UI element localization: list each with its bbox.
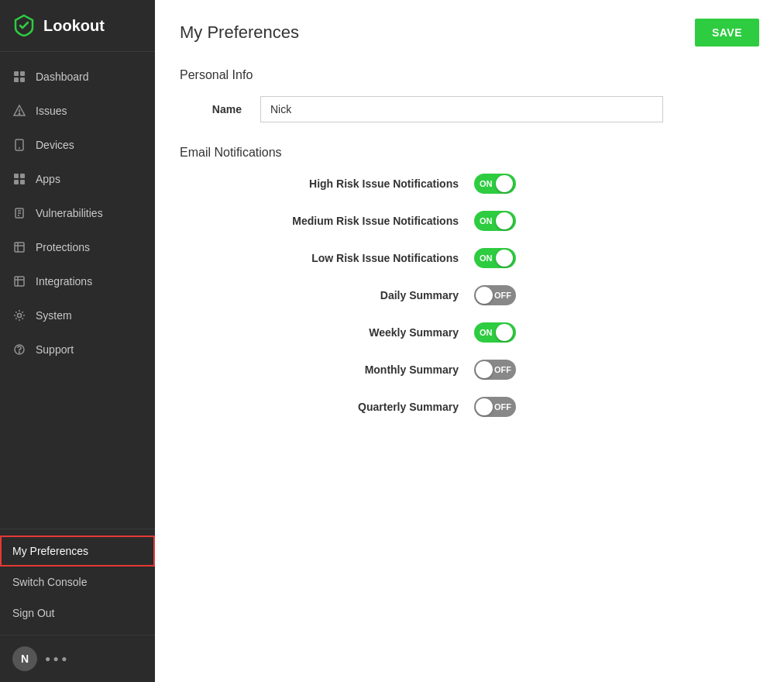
toggle-label-low-risk: Low Risk Issue Notifications (195, 252, 459, 264)
email-notifications-section: Email Notifications High Risk Issue Noti… (180, 146, 759, 417)
toggle-label-monthly-summary: Monthly Summary (195, 363, 459, 376)
toggle-knob (496, 250, 513, 267)
sidebar-nav: Dashboard Issues Devices Apps Vulnerabil (0, 52, 155, 529)
lookout-logo-icon (12, 14, 36, 37)
my-preferences-label: My Preferences (12, 545, 88, 557)
sidebar-item-label: Protections (36, 241, 90, 253)
toggle-text: ON (480, 253, 493, 263)
svg-rect-11 (20, 180, 25, 184)
toggle-label-daily-summary: Daily Summary (195, 289, 459, 301)
toggle-label-weekly-summary: Weekly Summary (195, 326, 459, 339)
sidebar-item-vulnerabilities[interactable]: Vulnerabilities (0, 196, 155, 230)
switch-console-item[interactable]: Switch Console (0, 567, 155, 598)
name-input[interactable] (260, 96, 663, 122)
toggle-row-high-risk: High Risk Issue Notifications ON (180, 174, 759, 194)
user-row: N ● ● ● (0, 635, 155, 682)
toggle-knob (496, 175, 513, 192)
toggle-text: OFF (494, 291, 511, 300)
svg-rect-2 (14, 78, 19, 82)
sidebar-item-devices[interactable]: Devices (0, 128, 155, 162)
toggle-text: ON (480, 328, 493, 337)
integrations-icon (12, 274, 26, 288)
save-button[interactable]: SAVE (695, 19, 759, 46)
my-preferences-item[interactable]: My Preferences (0, 536, 155, 567)
toggle-row-daily-summary: Daily Summary OFF (180, 285, 759, 305)
name-label: Name (180, 103, 242, 115)
sidebar-bottom: My Preferences Switch Console Sign Out (0, 529, 155, 635)
toggle-text: ON (480, 179, 493, 188)
toggle-knob (496, 212, 513, 229)
apps-icon (12, 172, 26, 186)
sidebar-logo: Lookout (0, 0, 155, 52)
svg-rect-13 (15, 243, 24, 252)
toggle-row-monthly-summary: Monthly Summary OFF (180, 360, 759, 380)
svg-rect-0 (14, 71, 19, 76)
toggle-row-medium-risk: Medium Risk Issue Notifications ON (180, 211, 759, 231)
sidebar-item-dashboard[interactable]: Dashboard (0, 60, 155, 94)
protections-icon (12, 240, 26, 254)
toggle-weekly-summary[interactable]: ON (474, 322, 516, 343)
toggle-daily-summary[interactable]: OFF (474, 285, 516, 305)
toggle-high-risk[interactable]: ON (474, 174, 516, 194)
email-notifications-title: Email Notifications (180, 146, 759, 160)
user-info: ● ● ● (45, 653, 67, 664)
toggle-quarterly-summary[interactable]: OFF (474, 397, 516, 417)
sidebar-item-label: Apps (36, 173, 60, 185)
sidebar-item-support[interactable]: Support (0, 332, 155, 367)
app-name: Lookout (43, 17, 105, 35)
svg-rect-1 (20, 71, 25, 76)
toggle-text: ON (480, 216, 493, 226)
toggle-knob (476, 287, 493, 304)
toggle-label-high-risk: High Risk Issue Notifications (195, 177, 459, 190)
toggle-text: OFF (494, 402, 511, 412)
switch-console-label: Switch Console (12, 576, 88, 588)
sidebar-item-label: Dashboard (36, 71, 89, 83)
sidebar-item-label: Devices (36, 139, 74, 151)
main-content: My Preferences SAVE Personal Info Name E… (155, 0, 784, 682)
svg-point-5 (19, 113, 19, 114)
personal-info-section: Personal Info Name (180, 68, 759, 122)
svg-point-19 (18, 314, 22, 318)
name-form-row: Name (180, 96, 759, 122)
sidebar-item-protections[interactable]: Protections (0, 230, 155, 264)
svg-rect-9 (20, 174, 25, 178)
svg-rect-8 (14, 174, 19, 178)
toggle-text: OFF (494, 365, 511, 374)
svg-rect-10 (14, 180, 19, 184)
sidebar-item-integrations[interactable]: Integrations (0, 264, 155, 298)
sidebar-item-apps[interactable]: Apps (0, 162, 155, 196)
toggle-knob (476, 361, 493, 378)
sidebar: Lookout Dashboard Issues Devices Ap (0, 0, 155, 682)
toggle-label-medium-risk: Medium Risk Issue Notifications (195, 215, 459, 227)
personal-info-title: Personal Info (180, 68, 759, 82)
sign-out-item[interactable]: Sign Out (0, 598, 155, 629)
dashboard-icon (12, 70, 26, 84)
sidebar-item-label: Support (36, 343, 74, 356)
page-title: My Preferences (180, 22, 299, 43)
svg-point-21 (19, 352, 19, 353)
toggle-knob (496, 324, 513, 341)
sidebar-item-label: Integrations (36, 275, 92, 288)
toggle-low-risk[interactable]: ON (474, 248, 516, 268)
sidebar-item-label: Vulnerabilities (36, 207, 103, 219)
toggle-label-quarterly-summary: Quarterly Summary (195, 401, 459, 413)
issues-icon (12, 104, 26, 118)
vulnerabilities-icon (12, 206, 26, 220)
sign-out-label: Sign Out (12, 607, 54, 619)
avatar: N (12, 646, 37, 671)
toggle-knob (476, 398, 493, 415)
svg-rect-3 (20, 78, 25, 82)
sidebar-item-issues[interactable]: Issues (0, 94, 155, 128)
toggle-row-low-risk: Low Risk Issue Notifications ON (180, 248, 759, 268)
main-header: My Preferences SAVE (180, 19, 759, 46)
toggle-row-quarterly-summary: Quarterly Summary OFF (180, 397, 759, 417)
svg-rect-16 (15, 277, 24, 286)
support-icon (12, 343, 26, 356)
toggle-medium-risk[interactable]: ON (474, 211, 516, 231)
toggle-row-weekly-summary: Weekly Summary ON (180, 322, 759, 343)
sidebar-item-label: Issues (36, 105, 67, 117)
system-icon (12, 308, 26, 322)
sidebar-item-system[interactable]: System (0, 298, 155, 332)
toggle-monthly-summary[interactable]: OFF (474, 360, 516, 380)
sidebar-item-label: System (36, 309, 72, 322)
